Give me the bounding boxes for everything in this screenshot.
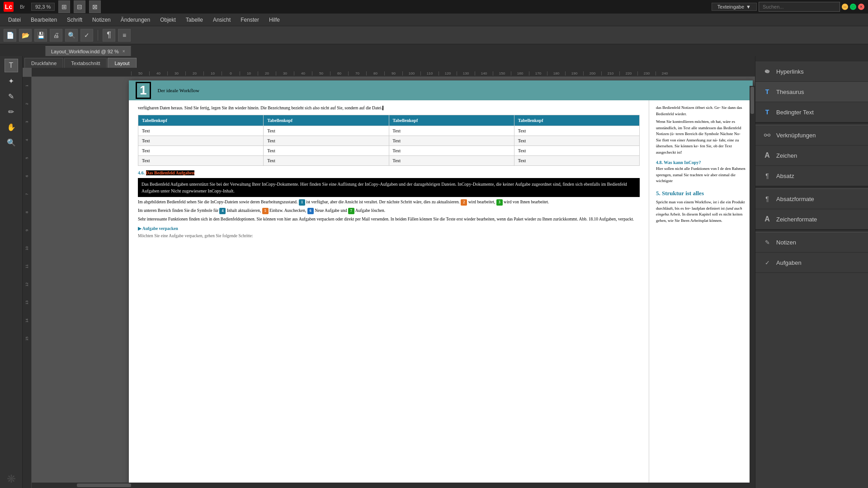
verknupfungen-icon [763, 131, 772, 140]
body-text-2: Im abgebildeten Bedienfeld sehen Sie die… [138, 199, 640, 206]
aufgaben-icon: ✓ [763, 258, 772, 267]
tab-bar: Layout_Workflow.indd @ 92 % × [0, 44, 868, 56]
panel-aufgaben[interactable]: ✓ Aufgaben [755, 253, 868, 273]
menu-schrift[interactable]: Schrift [62, 15, 87, 25]
menu-fenster[interactable]: Fenster [236, 15, 264, 25]
badge-3: 3 [496, 199, 503, 206]
texteingabe-dropdown[interactable]: Texteingabe ▼ [712, 3, 757, 11]
badge-4: 4 [219, 208, 226, 214]
section-48-heading: 4.8. Was kann InCopy? [656, 159, 746, 166]
zeichenformate-label: Zeichenformate [776, 216, 817, 223]
menu-ansicht[interactable]: Ansicht [208, 15, 235, 25]
svg-point-1 [768, 134, 770, 136]
hand-tool[interactable]: ✋ [5, 120, 18, 134]
page-number: 1 [140, 83, 147, 97]
panel-absatzformate[interactable]: ¶ Absatzformate [755, 189, 868, 209]
title-bar-right: Texteingabe ▼ ─ □ ✕ [712, 2, 864, 12]
bedingter-text-label: Bedingter Text [776, 109, 814, 116]
right-text-1: das Bedienfeld Notizen öffnet sich. Ge- … [656, 105, 746, 117]
panel-zeichenformate[interactable]: A Zeichenformate [755, 209, 868, 230]
menu-tabelle[interactable]: Tabelle [181, 15, 208, 25]
workspace-btn[interactable]: ⊠ [89, 0, 101, 13]
select-tool[interactable]: ✦ [5, 74, 18, 88]
panel-zeichen[interactable]: A Zeichen [755, 145, 868, 166]
page-header: 1 Der ideale Workflow [129, 80, 753, 100]
search-input[interactable] [759, 2, 840, 12]
type-tool[interactable]: T [5, 59, 18, 72]
menu-aenderungen[interactable]: Änderungen [116, 15, 155, 25]
new-btn[interactable]: 📄 [4, 29, 16, 42]
document-canvas[interactable]: 1 Der ideale Workflow verfügbaren Daten … [32, 77, 755, 488]
panel-notizen[interactable]: ✎ Notizen [755, 232, 868, 253]
vertical-scrollbar[interactable] [750, 86, 755, 488]
absatz-label: Absatz [776, 173, 794, 179]
absatzformate-label: Absatzformate [776, 196, 814, 202]
thesaurus-icon: T [763, 87, 772, 96]
horizontal-scroll-thumb[interactable] [77, 483, 131, 487]
badge-5: 5 [262, 208, 269, 214]
panel-verknupfungen[interactable]: Verknüpfungen [755, 125, 868, 145]
table-header-3: Tabellenkopf [389, 115, 514, 126]
hyperlinks-label: Hyperlinks [776, 68, 804, 75]
zeichenformate-icon: A [763, 215, 772, 224]
maximize-button[interactable]: □ [850, 4, 856, 10]
close-button[interactable]: ✕ [858, 4, 864, 10]
aufgaben-label: Aufgaben [776, 259, 802, 266]
vertical-scroll-thumb[interactable] [750, 87, 754, 114]
ruler-top: 50 40 30 20 10 0 10 20 30 40 50 60 70 80 [32, 68, 755, 77]
layout-view-btn[interactable]: ⊞ [58, 0, 70, 13]
minimize-button[interactable]: ─ [842, 4, 848, 10]
ruler-left: 1 2 3 4 5 6 7 8 9 10 11 12 13 14 15 [23, 77, 32, 488]
document-tab[interactable]: Layout_Workflow.indd @ 92 % × [45, 46, 131, 56]
panel-section-header [755, 56, 868, 61]
align-btn[interactable]: ≡ [118, 29, 131, 42]
left-column: verfügbaren Daten heraus. Sind Sie ferti… [129, 100, 649, 486]
menu-bearbeiten[interactable]: Bearbeiten [26, 15, 61, 25]
section-5-heading: 5. Struktur ist alles [656, 189, 746, 198]
table-header-1: Tabellenkopf [138, 115, 264, 126]
zoom-tool[interactable]: 🔍 [5, 136, 18, 149]
body-text-5: Möchten Sie eine Aufgabe verpacken, gehe… [138, 233, 640, 239]
body-text-4: Sehr interessante Funktionen finden sich… [138, 216, 640, 222]
thesaurus-label: Thesaurus [776, 89, 804, 95]
panel-thesaurus[interactable]: T Thesaurus [755, 82, 868, 102]
svg-point-0 [764, 134, 767, 136]
panel-absatz[interactable]: ¶ Absatz [755, 166, 868, 186]
badge-7: 7 [348, 208, 354, 214]
menu-datei[interactable]: Datei [4, 15, 25, 25]
right-text-3: Hier sollen nicht alle Funktionen von I … [656, 166, 746, 184]
badge-1: 1 [299, 199, 305, 206]
br-button[interactable]: Br [17, 3, 28, 10]
print-btn[interactable]: 🖨 [50, 29, 62, 42]
tab-textabschnitt[interactable]: Textabschnitt [64, 58, 107, 68]
paragraph-btn[interactable]: ¶ [103, 29, 115, 42]
tab-close-btn[interactable]: × [123, 49, 125, 54]
page: 1 Der ideale Workflow verfügbaren Daten … [129, 80, 753, 486]
view-tabs: Druckfahne Textabschnitt Layout [23, 56, 755, 68]
panel-hyperlinks[interactable]: Hyperlinks [755, 61, 868, 82]
save-btn[interactable]: 💾 [34, 29, 47, 42]
horizontal-scrollbar[interactable] [32, 483, 750, 488]
columns-btn[interactable]: ⊟ [74, 0, 85, 13]
tab-druckfahne[interactable]: Druckfahne [24, 58, 63, 68]
highlight-block: Das Bedienfeld Aufgaben unterstützt Sie … [138, 178, 640, 197]
pen-tool[interactable]: ✏ [5, 105, 18, 118]
absatz-icon: ¶ [763, 171, 772, 180]
menu-objekt[interactable]: Objekt [156, 15, 180, 25]
open-btn[interactable]: 📂 [19, 29, 32, 42]
page-content: verfügbaren Daten heraus. Sind Sie ferti… [129, 100, 753, 486]
panel-bedingter-text[interactable]: T Bedingter Text [755, 102, 868, 122]
badge-6: 6 [307, 208, 314, 214]
link-aufgabe-verpacken[interactable]: ▶ Aufgabe verpacken [138, 225, 640, 232]
title-bar-left: Lc Br 92,3 % ⊞ ⊟ ⊠ [4, 0, 101, 13]
toolbar: 📄 📂 💾 🖨 🔍 ✓ ¶ ≡ [0, 26, 868, 44]
menu-notizen[interactable]: Notizen [88, 15, 115, 25]
zoom-display[interactable]: 92,3 % [31, 3, 55, 11]
find-btn[interactable]: 🔍 [65, 29, 78, 42]
app-logo: Lc [4, 2, 14, 12]
spell-btn[interactable]: ✓ [80, 29, 93, 42]
tab-layout[interactable]: Layout [108, 58, 136, 68]
right-column: das Bedienfeld Notizen öffnet sich. Ge- … [649, 100, 753, 486]
pencil-tool[interactable]: ✎ [5, 89, 18, 103]
menu-hilfe[interactable]: Hilfe [264, 15, 284, 25]
